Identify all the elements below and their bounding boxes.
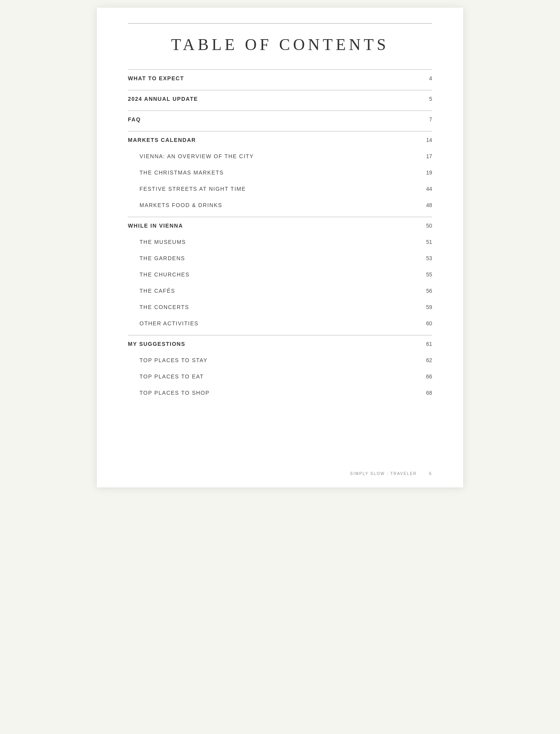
section-annual-update: 2024 ANNUAL UPDATE 5 (128, 90, 432, 107)
toc-page-top-stay: 62 (426, 357, 432, 363)
toc-label-museums: THE MUSEUMS (140, 239, 186, 245)
page-container: TABLE OF CONTENTS WHAT TO EXPECT 4 2024 … (97, 8, 463, 487)
top-divider (128, 23, 432, 24)
footer-separator (420, 471, 426, 476)
toc-row-top-eat: TOP PLACES TO EAT 66 (128, 368, 432, 384)
toc-row-museums: THE MUSEUMS 51 (128, 233, 432, 250)
toc-row-cafes: THE CAFÉS 56 (128, 282, 432, 299)
toc-page-gardens: 53 (426, 255, 432, 261)
toc-page-top-shop: 68 (426, 390, 432, 396)
toc-page-festive-streets: 44 (426, 186, 432, 192)
toc-label-markets-calendar: MARKETS CALENDAR (128, 137, 196, 143)
toc-label-top-eat: TOP PLACES TO EAT (140, 373, 204, 380)
toc-label-other-activities: OTHER ACTIVITIES (140, 320, 198, 326)
toc-page-churches: 55 (426, 271, 432, 278)
toc-row-churches: THE CHURCHES 55 (128, 266, 432, 282)
section-markets: MARKETS CALENDAR 14 VIENNA: AN OVERVIEW … (128, 131, 432, 213)
footer-brand: SIMPLY SLOW : TRAVELER (350, 471, 417, 476)
toc-row-festive-streets: FESTIVE STREETS AT NIGHT TIME 44 (128, 180, 432, 197)
toc-label-gardens: THE GARDENS (140, 255, 185, 261)
section-my-suggestions: MY SUGGESTIONS 61 TOP PLACES TO STAY 62 … (128, 335, 432, 401)
toc-page-concerts: 59 (426, 304, 432, 310)
toc-label-churches: THE CHURCHES (140, 271, 190, 278)
toc-page-museums: 51 (426, 239, 432, 245)
toc-row-other-activities: OTHER ACTIVITIES 60 (128, 315, 432, 331)
toc-label-festive-streets: FESTIVE STREETS AT NIGHT TIME (140, 186, 246, 192)
toc-row-gardens: THE GARDENS 53 (128, 250, 432, 266)
toc-label-top-stay: TOP PLACES TO STAY (140, 357, 208, 363)
toc-row-annual-update: 2024 ANNUAL UPDATE 5 (128, 90, 432, 107)
toc-label-concerts: THE CONCERTS (140, 304, 189, 310)
toc-label-what-to-expect: WHAT TO EXPECT (128, 75, 184, 81)
toc-page-cafes: 56 (426, 288, 432, 294)
toc-label-faq: FAQ (128, 116, 141, 123)
toc-page-markets-food: 48 (426, 202, 432, 208)
toc-page-vienna-overview: 17 (426, 153, 432, 159)
toc-page-faq: 7 (429, 116, 432, 123)
toc-label-christmas-markets: THE CHRISTMAS MARKETS (140, 169, 224, 176)
toc-label-top-shop: TOP PLACES TO SHOP (140, 390, 210, 396)
footer-page-number: 6 (429, 471, 432, 476)
footer: SIMPLY SLOW : TRAVELER 6 (350, 471, 432, 476)
section-faq: FAQ 7 (128, 111, 432, 127)
toc-page-top-eat: 66 (426, 373, 432, 380)
toc-label-while-in-vienna: WHILE IN VIENNA (128, 223, 183, 229)
toc-row-while-in-vienna: WHILE IN VIENNA 50 (128, 217, 432, 233)
toc-row-my-suggestions: MY SUGGESTIONS 61 (128, 335, 432, 352)
section-what-to-expect: WHAT TO EXPECT 4 (128, 69, 432, 86)
toc-label-markets-food: MARKETS FOOD & DRINKS (140, 202, 222, 208)
toc-page-my-suggestions: 61 (426, 341, 432, 347)
page-title: TABLE OF CONTENTS (128, 35, 432, 54)
toc-page-markets-calendar: 14 (426, 137, 432, 143)
toc-page-while-in-vienna: 50 (426, 223, 432, 229)
toc-row-what-to-expect: WHAT TO EXPECT 4 (128, 69, 432, 86)
toc-row-concerts: THE CONCERTS 59 (128, 299, 432, 315)
toc-row-markets-calendar: MARKETS CALENDAR 14 (128, 131, 432, 148)
toc-page-annual-update: 5 (429, 96, 432, 102)
toc-row-faq: FAQ 7 (128, 111, 432, 127)
toc-row-christmas-markets: THE CHRISTMAS MARKETS 19 (128, 164, 432, 180)
toc-row-markets-food: MARKETS FOOD & DRINKS 48 (128, 197, 432, 213)
toc-row-top-shop: TOP PLACES TO SHOP 68 (128, 384, 432, 401)
toc-label-annual-update: 2024 ANNUAL UPDATE (128, 96, 198, 102)
toc-row-vienna-overview: VIENNA: AN OVERVIEW OF THE CITY 17 (128, 148, 432, 164)
toc-label-my-suggestions: MY SUGGESTIONS (128, 341, 185, 347)
toc-page-christmas-markets: 19 (426, 169, 432, 176)
toc-row-top-stay: TOP PLACES TO STAY 62 (128, 352, 432, 368)
section-while-in-vienna: WHILE IN VIENNA 50 THE MUSEUMS 51 THE GA… (128, 217, 432, 331)
toc-page-other-activities: 60 (426, 320, 432, 326)
toc-label-vienna-overview: VIENNA: AN OVERVIEW OF THE CITY (140, 153, 254, 159)
toc-page-what-to-expect: 4 (429, 75, 432, 81)
toc-content: WHAT TO EXPECT 4 2024 ANNUAL UPDATE 5 FA… (128, 69, 432, 401)
toc-label-cafes: THE CAFÉS (140, 288, 175, 294)
